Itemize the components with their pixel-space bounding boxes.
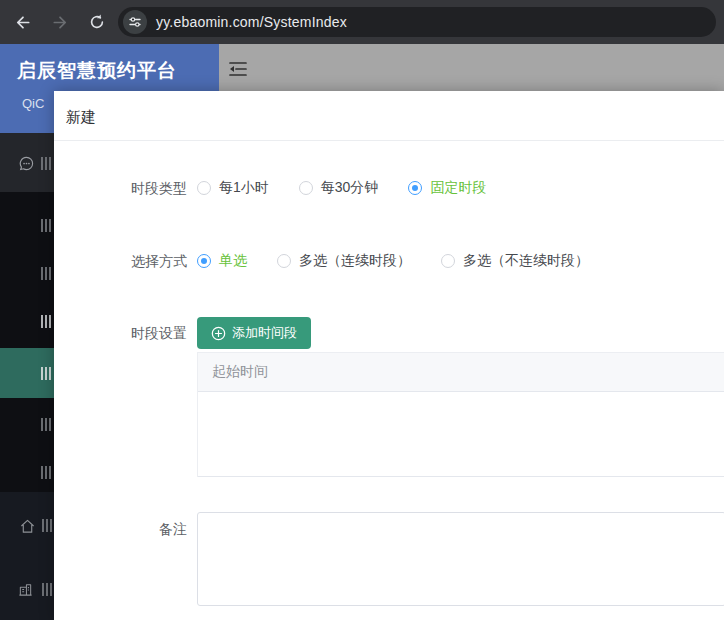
radio-every-30-min[interactable]: 每30分钟: [299, 179, 379, 197]
sidebar: [0, 133, 54, 620]
new-dialog: 新建 时段类型 每1小时 每30分钟 固定时段 选: [54, 91, 724, 620]
radio-multi-noncontinuous[interactable]: 多选（不连续时段）: [441, 252, 589, 270]
sidebar-submenu: [0, 192, 54, 348]
dialog-title: 新建: [66, 108, 96, 127]
fold-menu-icon[interactable]: [227, 60, 249, 78]
refresh-icon[interactable]: [85, 10, 109, 34]
dialog-header: 新建: [54, 91, 724, 141]
table-header-row: 起始时间: [198, 352, 724, 392]
radio-circle-icon: [441, 254, 455, 268]
screen: yy.ebaomin.com/SystemIndex 启辰智慧预约平台 QiC: [0, 0, 724, 620]
browser-toolbar: yy.ebaomin.com/SystemIndex: [0, 0, 724, 44]
chat-dots-icon: [19, 156, 34, 175]
sidebar-subitem-active[interactable]: [0, 348, 54, 398]
table-header-start-time: 起始时间: [198, 363, 268, 381]
sidebar-subitem[interactable]: [0, 404, 54, 444]
home-icon: [20, 519, 35, 538]
radio-circle-icon: [408, 181, 422, 195]
radio-circle-icon: [277, 254, 291, 268]
radio-circle-icon: [197, 254, 211, 268]
add-time-slot-button[interactable]: 添加时间段: [197, 317, 311, 349]
table-body-empty: [198, 392, 724, 477]
remark-textarea[interactable]: [197, 512, 724, 606]
form-label: 时段类型: [54, 179, 187, 198]
form-row-slot-settings: 时段设置 添加时间段: [54, 317, 724, 349]
radio-multi-continuous[interactable]: 多选（连续时段）: [277, 252, 411, 270]
radio-circle-icon: [299, 181, 313, 195]
app-title: 启辰智慧预约平台: [17, 58, 177, 84]
form-row-slot-type: 时段类型 每1小时 每30分钟 固定时段: [54, 179, 724, 198]
radio-every-1-hour[interactable]: 每1小时: [197, 179, 269, 197]
time-slot-table: 起始时间: [197, 352, 724, 477]
sidebar-subitem[interactable]: [0, 452, 54, 492]
clipped-menu-label: [42, 519, 52, 532]
radio-circle-icon: [197, 181, 211, 195]
site-settings-icon[interactable]: [123, 10, 147, 34]
sidebar-submenu: [0, 398, 54, 492]
form-label: 选择方式: [54, 252, 187, 271]
form-label: 备注: [54, 520, 187, 539]
sidebar-subitem[interactable]: [0, 253, 54, 293]
page-topbar: [219, 44, 724, 91]
clipped-menu-label: [41, 157, 51, 170]
plus-circle-icon: [211, 326, 226, 341]
sidebar-subitem[interactable]: [0, 301, 54, 341]
office-building-icon: [18, 582, 33, 601]
form-row-select-mode: 选择方式 单选 多选（连续时段） 多选（不连续时段）: [54, 252, 724, 271]
form-label: 时段设置: [54, 317, 187, 343]
sidebar-item-home[interactable]: [0, 492, 54, 560]
address-bar[interactable]: yy.ebaomin.com/SystemIndex: [118, 7, 716, 37]
sidebar-subitem[interactable]: [0, 205, 54, 245]
back-arrow-icon[interactable]: [10, 10, 34, 34]
forward-arrow-icon[interactable]: [48, 10, 72, 34]
sidebar-item-appointments[interactable]: [0, 133, 54, 192]
radio-single-select[interactable]: 单选: [197, 252, 247, 270]
radio-fixed-slot[interactable]: 固定时段: [408, 179, 486, 197]
clipped-menu-label: [42, 583, 52, 596]
sidebar-item-organization[interactable]: [0, 560, 54, 620]
url-text: yy.ebaomin.com/SystemIndex: [156, 14, 347, 30]
app-subtitle: QiC: [22, 96, 44, 111]
